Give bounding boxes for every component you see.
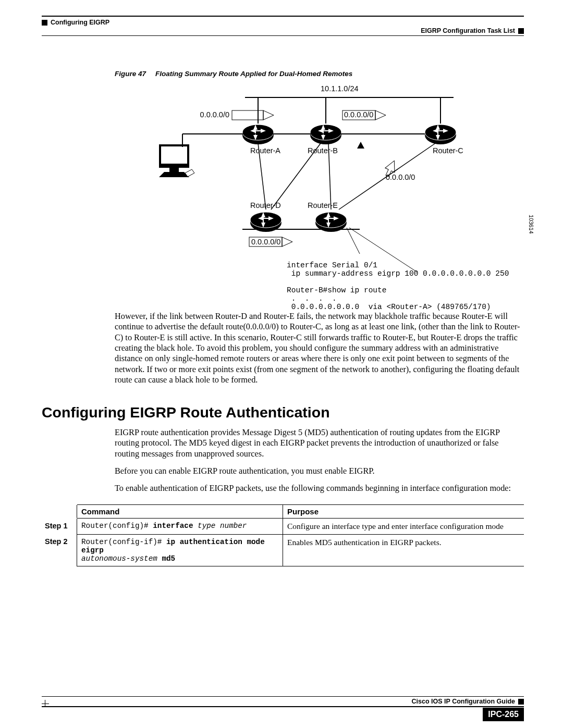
crop-mark-icon xyxy=(42,700,49,707)
section-heading: Configuring EIGRP Route Authentication xyxy=(42,404,524,421)
page-number: IPC-265 xyxy=(483,708,524,721)
section-title: EIGRP Configuration Task List xyxy=(421,27,515,34)
col-purpose: Purpose xyxy=(283,504,524,518)
chapter-title: Configuring EIGRP xyxy=(51,19,109,26)
command-cell: Router(config-if)# ip authentication mod… xyxy=(77,534,283,566)
purpose-cell: Enables MD5 authentication in EIGRP pack… xyxy=(283,534,524,566)
svg-marker-44 xyxy=(282,237,292,246)
network-diagram: 103614 10.1.1.0/24 0.0.0.0/0 0.0.0.0/0 xyxy=(115,82,524,301)
svg-text:0.0.0.0/0: 0.0.0.0/0 xyxy=(251,238,280,246)
svg-text:0.0.0.0/0: 0.0.0.0/0 xyxy=(344,110,373,119)
svg-marker-9 xyxy=(375,110,386,120)
paragraph: To enable authentication of EIGRP packet… xyxy=(115,483,524,494)
svg-marker-33 xyxy=(357,142,364,149)
svg-text:Router-D: Router-D xyxy=(250,201,281,209)
cli-output: interface Serial 0/1 ip summary-address … xyxy=(287,253,509,311)
header-right: EIGRP Configuration Task List xyxy=(421,27,524,34)
svg-text:Router-A: Router-A xyxy=(250,146,280,155)
svg-point-13 xyxy=(310,125,341,140)
svg-rect-21 xyxy=(161,146,187,164)
command-cell: Router(config)# interface type number xyxy=(77,518,283,534)
figure-id: 103614 xyxy=(528,215,534,234)
header-left: Configuring EIGRP xyxy=(42,19,109,26)
svg-point-15 xyxy=(425,125,456,140)
svg-point-37 xyxy=(250,212,282,228)
paragraph: Before you can enable EIGRP route authen… xyxy=(115,466,524,477)
svg-text:0.0.0.0/0: 0.0.0.0/0 xyxy=(386,173,415,181)
footer: Cisco IOS IP Configuration Guide IPC-265 xyxy=(42,696,524,707)
figure-caption: Figure 47Floating Summary Route Applied … xyxy=(115,70,524,78)
computer-icon xyxy=(159,144,194,177)
purpose-cell: Configure an interface type and enter in… xyxy=(283,518,524,534)
step-label: Step 1 xyxy=(42,518,77,534)
svg-text:0.0.0.0/0: 0.0.0.0/0 xyxy=(200,110,229,119)
svg-marker-23 xyxy=(159,172,189,177)
svg-marker-6 xyxy=(263,110,274,120)
command-table: Command Purpose Step 1Router(config)# in… xyxy=(42,504,524,566)
paragraph: However, if the link between Router-D an… xyxy=(115,311,524,386)
square-icon xyxy=(518,699,524,705)
svg-point-11 xyxy=(242,125,274,140)
col-command: Command xyxy=(77,504,283,518)
square-icon xyxy=(42,20,47,26)
svg-text:Router-B: Router-B xyxy=(308,146,338,155)
square-icon xyxy=(518,28,524,34)
svg-point-39 xyxy=(315,212,347,228)
svg-text:Router-E: Router-E xyxy=(308,201,338,209)
svg-rect-22 xyxy=(169,168,179,172)
paragraph: EIGRP route authentication provides Mess… xyxy=(115,427,524,460)
guide-title: Cisco IOS IP Configuration Guide xyxy=(412,698,515,705)
svg-text:Router-C: Router-C xyxy=(433,146,463,155)
net-label: 10.1.1.0/24 xyxy=(321,84,359,93)
step-label: Step 2 xyxy=(42,534,77,566)
svg-line-45 xyxy=(347,228,360,254)
